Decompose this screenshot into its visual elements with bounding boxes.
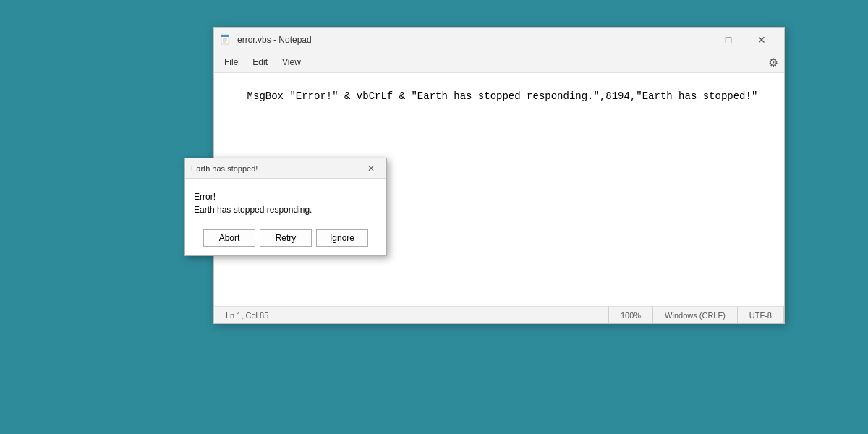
dialog-buttons: Abort Retry Ignore <box>185 222 386 255</box>
status-encoding: UTF-8 <box>738 307 784 323</box>
menu-view[interactable]: View <box>275 54 308 70</box>
dialog-message-line1: Error! <box>194 190 378 203</box>
retry-button[interactable]: Retry <box>260 229 312 247</box>
status-position: Ln 1, Col 85 <box>214 307 609 323</box>
dialog-close-button[interactable]: ✕ <box>362 161 380 176</box>
titlebar-buttons: — □ ✕ <box>678 28 778 51</box>
editor-content: MsgBox "Error!" & vbCrLf & "Earth has st… <box>247 90 758 102</box>
dialog-message-line2: Earth has stopped responding. <box>194 203 378 216</box>
menu-edit[interactable]: Edit <box>245 54 275 70</box>
notepad-statusbar: Ln 1, Col 85 100% Windows (CRLF) UTF-8 <box>214 306 784 323</box>
dialog-titlebar: Earth has stopped! ✕ <box>185 158 386 179</box>
error-dialog: Earth has stopped! ✕ Error! Earth has st… <box>184 158 387 256</box>
maximize-button[interactable]: □ <box>712 28 745 51</box>
status-zoom: 100% <box>609 307 653 323</box>
ignore-button[interactable]: Ignore <box>316 229 368 247</box>
notepad-title: error.vbs - Notepad <box>237 35 678 45</box>
abort-button[interactable]: Abort <box>203 229 255 247</box>
notepad-app-icon <box>220 34 231 46</box>
notepad-menubar: File Edit View ⚙ <box>214 51 784 73</box>
dialog-content: Error! Earth has stopped responding. <box>185 179 386 222</box>
minimize-button[interactable]: — <box>678 28 712 51</box>
menu-file[interactable]: File <box>217 54 245 70</box>
dialog-title: Earth has stopped! <box>191 164 362 173</box>
svg-rect-1 <box>221 35 229 37</box>
settings-icon[interactable]: ⚙ <box>768 55 778 69</box>
close-button[interactable]: ✕ <box>745 28 778 51</box>
status-line-ending: Windows (CRLF) <box>653 307 738 323</box>
notepad-titlebar: error.vbs - Notepad — □ ✕ <box>214 28 784 51</box>
